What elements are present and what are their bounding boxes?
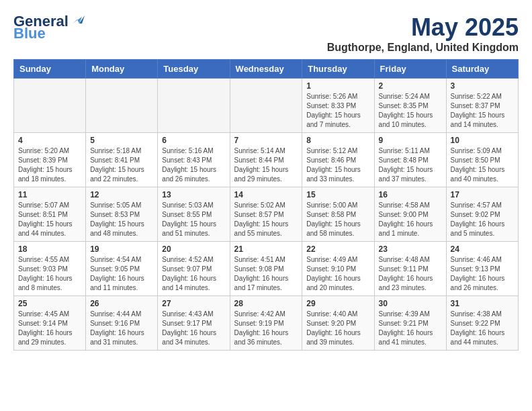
day-number: 5 [90, 136, 153, 145]
calendar-week-row: 18Sunrise: 4:55 AMSunset: 9:03 PMDayligh… [14, 242, 519, 296]
col-monday: Monday [86, 60, 158, 79]
day-info: Sunrise: 5:26 AMSunset: 8:33 PMDaylight:… [306, 92, 369, 130]
day-number: 24 [451, 244, 514, 254]
day-number: 7 [234, 136, 298, 145]
day-info: Sunrise: 5:20 AMSunset: 8:39 PMDaylight:… [18, 146, 81, 184]
table-row: 1Sunrise: 5:26 AMSunset: 8:33 PMDaylight… [302, 79, 374, 133]
table-row: 16Sunrise: 4:58 AMSunset: 9:00 PMDayligh… [374, 187, 446, 242]
col-wednesday: Wednesday [230, 60, 302, 79]
table-row: 27Sunrise: 4:43 AMSunset: 9:17 PMDayligh… [158, 296, 230, 351]
day-number: 28 [234, 299, 298, 308]
table-row: 6Sunrise: 5:16 AMSunset: 8:43 PMDaylight… [158, 133, 230, 187]
table-row: 30Sunrise: 4:39 AMSunset: 9:21 PMDayligh… [374, 296, 446, 351]
day-number: 25 [18, 299, 81, 308]
table-row [158, 79, 230, 133]
calendar-week-row: 11Sunrise: 5:07 AMSunset: 8:51 PMDayligh… [14, 187, 519, 242]
calendar-title: May 2025 [327, 13, 519, 42]
day-number: 20 [162, 244, 225, 254]
day-info: Sunrise: 5:14 AMSunset: 8:44 PMDaylight:… [234, 146, 298, 184]
day-info: Sunrise: 4:39 AMSunset: 9:21 PMDaylight:… [379, 310, 442, 347]
day-info: Sunrise: 5:07 AMSunset: 8:51 PMDaylight:… [18, 201, 81, 238]
day-number: 29 [306, 299, 369, 308]
day-number: 18 [18, 244, 81, 254]
day-info: Sunrise: 4:51 AMSunset: 9:08 PMDaylight:… [234, 255, 298, 293]
table-row: 14Sunrise: 5:02 AMSunset: 8:57 PMDayligh… [230, 187, 302, 242]
table-row [86, 79, 158, 133]
day-number: 31 [451, 299, 514, 308]
table-row: 2Sunrise: 5:24 AMSunset: 8:35 PMDaylight… [374, 79, 446, 133]
table-row: 3Sunrise: 5:22 AMSunset: 8:37 PMDaylight… [446, 79, 518, 133]
table-row: 25Sunrise: 4:45 AMSunset: 9:14 PMDayligh… [14, 296, 86, 351]
table-row: 12Sunrise: 5:05 AMSunset: 8:53 PMDayligh… [86, 187, 158, 242]
day-number: 9 [379, 136, 442, 145]
day-info: Sunrise: 4:52 AMSunset: 9:07 PMDaylight:… [162, 255, 225, 293]
table-row [14, 79, 86, 133]
table-row: 22Sunrise: 4:49 AMSunset: 9:10 PMDayligh… [302, 242, 374, 296]
day-number: 2 [379, 81, 442, 91]
day-info: Sunrise: 5:11 AMSunset: 8:48 PMDaylight:… [379, 146, 442, 184]
col-friday: Friday [374, 60, 446, 79]
day-number: 27 [162, 299, 225, 308]
day-info: Sunrise: 4:42 AMSunset: 9:19 PMDaylight:… [234, 310, 298, 347]
table-row: 17Sunrise: 4:57 AMSunset: 9:02 PMDayligh… [446, 187, 518, 242]
day-info: Sunrise: 5:22 AMSunset: 8:37 PMDaylight:… [451, 92, 514, 130]
day-number: 11 [18, 190, 81, 199]
day-info: Sunrise: 4:45 AMSunset: 9:14 PMDaylight:… [18, 310, 81, 347]
day-number: 6 [162, 136, 225, 145]
day-number: 3 [451, 81, 514, 91]
table-row: 11Sunrise: 5:07 AMSunset: 8:51 PMDayligh… [14, 187, 86, 242]
day-info: Sunrise: 5:03 AMSunset: 8:55 PMDaylight:… [162, 201, 225, 238]
col-tuesday: Tuesday [158, 60, 230, 79]
table-row: 28Sunrise: 4:42 AMSunset: 9:19 PMDayligh… [230, 296, 302, 351]
table-row: 26Sunrise: 4:44 AMSunset: 9:16 PMDayligh… [86, 296, 158, 351]
day-info: Sunrise: 5:24 AMSunset: 8:35 PMDaylight:… [379, 92, 442, 130]
table-row: 7Sunrise: 5:14 AMSunset: 8:44 PMDaylight… [230, 133, 302, 187]
day-number: 15 [306, 190, 369, 199]
table-row: 31Sunrise: 4:38 AMSunset: 9:22 PMDayligh… [446, 296, 518, 351]
table-row: 20Sunrise: 4:52 AMSunset: 9:07 PMDayligh… [158, 242, 230, 296]
day-info: Sunrise: 5:18 AMSunset: 8:41 PMDaylight:… [90, 146, 153, 184]
day-info: Sunrise: 4:57 AMSunset: 9:02 PMDaylight:… [451, 201, 514, 238]
page-header: General Blue May 2025 Bugthorpe, England… [13, 13, 519, 54]
day-info: Sunrise: 4:48 AMSunset: 9:11 PMDaylight:… [379, 255, 442, 293]
day-number: 30 [379, 299, 442, 308]
day-info: Sunrise: 4:40 AMSunset: 9:20 PMDaylight:… [306, 310, 369, 347]
day-number: 13 [162, 190, 225, 199]
col-saturday: Saturday [446, 60, 518, 79]
table-row: 18Sunrise: 4:55 AMSunset: 9:03 PMDayligh… [14, 242, 86, 296]
day-number: 16 [379, 190, 442, 199]
table-row: 24Sunrise: 4:46 AMSunset: 9:13 PMDayligh… [446, 242, 518, 296]
day-info: Sunrise: 4:55 AMSunset: 9:03 PMDaylight:… [18, 255, 81, 293]
table-row: 8Sunrise: 5:12 AMSunset: 8:46 PMDaylight… [302, 133, 374, 187]
calendar-table: Sunday Monday Tuesday Wednesday Thursday… [13, 59, 519, 351]
day-info: Sunrise: 5:16 AMSunset: 8:43 PMDaylight:… [162, 146, 225, 184]
day-number: 8 [306, 136, 369, 145]
day-info: Sunrise: 4:58 AMSunset: 9:00 PMDaylight:… [379, 201, 442, 238]
table-row: 10Sunrise: 5:09 AMSunset: 8:50 PMDayligh… [446, 133, 518, 187]
day-info: Sunrise: 5:05 AMSunset: 8:53 PMDaylight:… [90, 201, 153, 238]
day-number: 23 [379, 244, 442, 254]
day-info: Sunrise: 4:46 AMSunset: 9:13 PMDaylight:… [451, 255, 514, 293]
day-number: 17 [451, 190, 514, 199]
table-row: 9Sunrise: 5:11 AMSunset: 8:48 PMDaylight… [374, 133, 446, 187]
day-info: Sunrise: 4:38 AMSunset: 9:22 PMDaylight:… [451, 310, 514, 347]
day-info: Sunrise: 5:02 AMSunset: 8:57 PMDaylight:… [234, 201, 298, 238]
day-number: 22 [306, 244, 369, 254]
day-number: 12 [90, 190, 153, 199]
logo-text-blue: Blue [13, 26, 46, 42]
table-row [230, 79, 302, 133]
day-info: Sunrise: 4:43 AMSunset: 9:17 PMDaylight:… [162, 310, 225, 347]
day-number: 1 [306, 81, 369, 91]
calendar-week-row: 1Sunrise: 5:26 AMSunset: 8:33 PMDaylight… [14, 79, 519, 133]
day-info: Sunrise: 5:00 AMSunset: 8:58 PMDaylight:… [306, 201, 369, 238]
table-row: 23Sunrise: 4:48 AMSunset: 9:11 PMDayligh… [374, 242, 446, 296]
logo-bird-icon [70, 11, 85, 26]
title-block: May 2025 Bugthorpe, England, United King… [327, 13, 519, 54]
day-info: Sunrise: 4:54 AMSunset: 9:05 PMDaylight:… [90, 255, 153, 293]
col-thursday: Thursday [302, 60, 374, 79]
table-row: 29Sunrise: 4:40 AMSunset: 9:20 PMDayligh… [302, 296, 374, 351]
day-number: 21 [234, 244, 298, 254]
table-row: 19Sunrise: 4:54 AMSunset: 9:05 PMDayligh… [86, 242, 158, 296]
col-sunday: Sunday [14, 60, 86, 79]
calendar-week-row: 25Sunrise: 4:45 AMSunset: 9:14 PMDayligh… [14, 296, 519, 351]
